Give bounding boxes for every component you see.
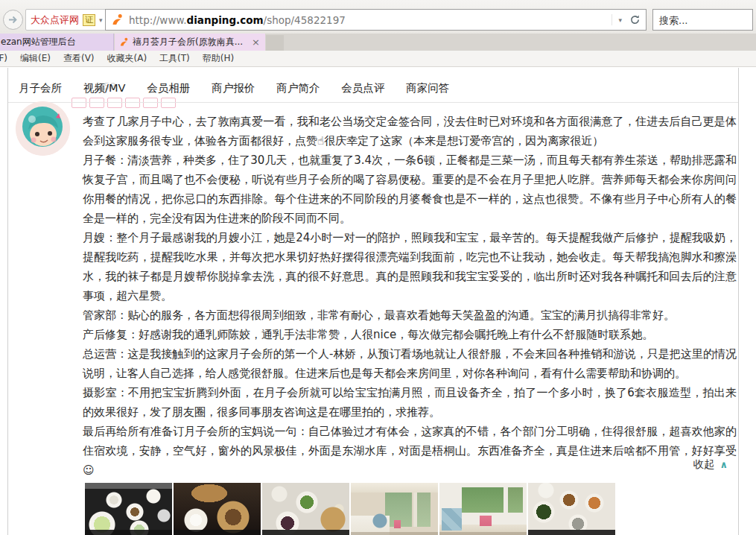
new-tab-button[interactable] (266, 35, 284, 51)
tab-shop-page[interactable]: 禧月荟月子会所(原敦南真... × (115, 34, 265, 51)
avatar[interactable] (16, 101, 70, 156)
nav-member-album[interactable]: 会员相册 (147, 81, 190, 95)
tab-label: 禧月荟月子会所(原敦南真... (133, 36, 247, 48)
url-path: /shop/45822197 (264, 14, 346, 26)
favorites-button[interactable]: 大众点评网 证 ▾ (25, 9, 108, 31)
review-paragraph: 月子餐：清淡营养，种类多，住了30几天，也就重复了3.4次，一条6顿，正餐都是三… (83, 151, 737, 228)
url-text: http://www.dianping.com/shop/45822197 (129, 14, 612, 26)
collapse-label: 收起 (693, 458, 714, 472)
close-icon[interactable]: × (250, 37, 261, 47)
review-photo-meal-tray[interactable] (85, 483, 172, 535)
review-paragraph: 月嫂：整个月子最感谢我的月嫂小江，她是24小时一对一的陪护，照顾我和宝宝，最辛苦… (83, 228, 737, 306)
dianping-favicon (119, 37, 129, 47)
browser-chrome: 大众点评网 证 ▾ http://www.dianping.com/shop/4… (0, 0, 756, 34)
search-input[interactable]: 搜索... (652, 9, 753, 31)
review-text: 考查了几家月子中心，去了敦南真爱一看，我和老公当场交定金签合同，没去住时已对环境… (83, 112, 737, 480)
url-history-caret-icon[interactable]: ▾ (618, 16, 622, 24)
chevron-up-icon: ∧ (720, 459, 728, 470)
review-photo-herbal-tea-steamer[interactable] (174, 483, 261, 535)
refresh-icon[interactable] (629, 14, 641, 25)
favorites-label: 大众点评网 (31, 13, 79, 27)
verified-badge: 证 (83, 14, 95, 26)
review-photos (85, 483, 615, 535)
avatar-cartoon-girl (16, 101, 70, 156)
address-bar[interactable]: http://www.dianping.com/shop/45822197 ▾ (105, 9, 647, 31)
menu-tools[interactable]: 工具(T) (159, 52, 190, 65)
review-photo-porridge-and-buns[interactable] (262, 483, 349, 535)
nav-video-mv[interactable]: 视频/MV (83, 81, 125, 95)
nav-club[interactable]: 月子会所 (19, 81, 62, 95)
review-paragraph: 摄影室：不用把宝宝折腾到外面，在月子会所就可以给宝宝拍满月照，而且设备齐全，拍了… (83, 383, 737, 422)
tab-admin-backend[interactable]: ezan网站管理后台 (0, 34, 114, 51)
tab-bar: ezan网站管理后台 禧月荟月子会所(原敦南真... × (0, 34, 756, 51)
forward-arrow-icon (7, 14, 19, 25)
review-photo-bedroom-balcony[interactable] (351, 483, 438, 535)
favorites-caret-icon[interactable]: ▾ (99, 16, 103, 24)
nav-merchant-intro[interactable]: 商户简介 (276, 81, 320, 95)
tab-label: ezan网站管理后台 (1, 36, 76, 48)
nav-merchant-qa[interactable]: 商家问答 (406, 81, 449, 95)
menu-file[interactable]: 文件(F) (0, 52, 7, 65)
collapse-link[interactable]: 收起 ∧ (693, 458, 728, 472)
review-photo-lounge-room[interactable] (439, 483, 527, 535)
page-content: 158 月子会所 视频/MV 会员相册 商户报价 商户简介 会员点评 商家问答 (7, 68, 739, 535)
url-domain: dianping.com (187, 14, 264, 26)
menu-view[interactable]: 查看(V) (63, 52, 95, 65)
menu-favorites[interactable]: 收藏夹(A) (107, 52, 147, 65)
shop-nav: 月子会所 视频/MV 会员相册 商户报价 商户简介 会员点评 商家问答 (8, 75, 738, 103)
forward-button[interactable] (3, 10, 23, 30)
menu-bar: 文件(F) 编辑(E) 查看(V) 收藏夹(A) 工具(T) 帮助(H) (0, 51, 756, 67)
menu-help[interactable]: 帮助(H) (203, 52, 234, 65)
review-paragraph: 管家部：贴心的服务，各方面想得很周到细致，非常有耐心，最喜欢看她每天笑盈盈的沟通… (83, 306, 737, 325)
nav-member-reviews[interactable]: 会员点评 (341, 81, 384, 95)
review-paragraph: 考查了几家月子中心，去了敦南真爱一看，我和老公当场交定金签合同，没去住时已对环境… (83, 112, 737, 151)
review-paragraph: 产后修复：好感谢我的通乳师陈姣，通乳手法非常赞，人很nice，每次做完都会嘱托晚… (83, 325, 737, 344)
address-bar-controls: ▾ (612, 14, 641, 25)
review-paragraph: 总运营：这是我接触到的这家月子会所的第一个人-林娇，从预订看场地就让人很舒服，不… (83, 344, 737, 383)
dianping-favicon (111, 13, 124, 26)
menu-edit[interactable]: 编辑(E) (20, 52, 51, 65)
review-photo-dish-assortment[interactable] (528, 483, 615, 535)
url-prefix: http://www. (129, 14, 187, 26)
nav-merchant-price[interactable]: 商户报价 (212, 81, 255, 95)
review-paragraph: 最后再给所有准备订月子会所的宝妈说一句：自己体验过才有体会，这家真的不错，各个部… (83, 422, 737, 480)
